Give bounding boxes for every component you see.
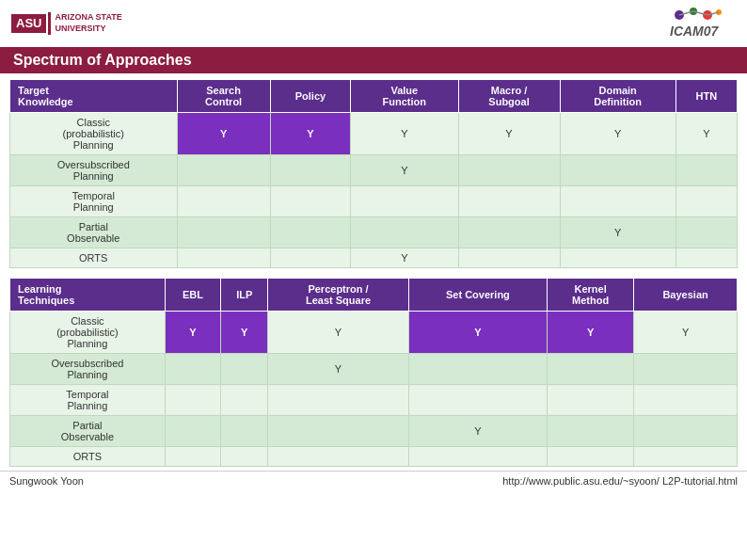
col-learning-techniques: LearningTechniques [10,279,166,312]
table-row: OversubscribedPlanning Y [10,155,738,186]
table-row: Classic(probabilistic)Planning Y Y Y Y Y… [10,113,738,155]
cell-macro-subgoal [458,186,560,217]
cell-macro-subgoal: Y [458,113,560,155]
cell-domain-def [560,186,675,217]
cell-ilp [221,416,268,447]
cell-ebl [165,447,220,467]
col-macro-subgoal: Macro /Subgoal [458,80,560,113]
col-kernel: KernelMethod [548,279,634,312]
cell-ilp: Y [221,312,268,354]
cell-policy [270,155,350,186]
row-label: TemporalPlanning [10,186,178,217]
col-ilp: ILP [221,279,268,312]
cell-value-function: Y [351,248,458,268]
right-logo: ICAM07 [660,6,736,41]
cell-search-control [177,248,270,268]
table2: LearningTechniques EBL ILP Perceptron /L… [9,278,738,467]
row-label: OversubscribedPlanning [10,155,178,186]
cell-htn [675,155,737,186]
asu-block: ASU [11,14,46,33]
cell-htn: Y [675,113,737,155]
cell-htn [675,248,737,268]
cell-search-control [177,155,270,186]
table-row: OversubscribedPlanning Y [10,354,738,385]
conference-logo-icon: ICAM07 [660,6,736,41]
cell-policy [270,186,350,217]
table-row: ORTS Y [10,248,738,268]
cell-value-function: Y [351,155,458,186]
asu-logo: ASU ARIZONA STATE UNIVERSITY [11,12,122,34]
cell-kernel [548,416,634,447]
col-domain-def: DomainDefinition [560,80,675,113]
cell-set-covering [408,447,547,467]
cell-search-control [177,186,270,217]
col-search-control: SearchControl [177,80,270,113]
cell-perceptron [268,385,409,416]
col-target-knowledge: TargetKnowledge [10,80,178,113]
row-label: PartialObservable [10,217,178,248]
cell-ebl [165,385,220,416]
table-row: PartialObservable Y [10,416,738,447]
footer: Sungwook Yoon http://www.public.asu.edu/… [0,471,747,490]
table-row: TemporalPlanning [10,186,738,217]
cell-ebl: Y [165,312,220,354]
cell-ilp [221,447,268,467]
cell-policy [270,217,350,248]
cell-macro-subgoal [458,217,560,248]
col-perceptron: Perceptron /Least Square [268,279,409,312]
cell-set-covering: Y [408,416,547,447]
table1-section: TargetKnowledge SearchControl Policy Val… [0,73,747,272]
row-label: ORTS [10,447,166,467]
col-ebl: EBL [165,279,220,312]
cell-htn [675,217,737,248]
col-policy: Policy [270,80,350,113]
cell-kernel: Y [548,312,634,354]
asu-text: ARIZONA STATE UNIVERSITY [48,12,121,34]
svg-text:ICAM07: ICAM07 [670,24,720,39]
cell-bayesian [634,385,738,416]
cell-value-function [351,186,458,217]
table2-section: LearningTechniques EBL ILP Perceptron /L… [0,272,747,471]
cell-set-covering: Y [408,312,547,354]
col-set-covering: Set Covering [408,279,547,312]
cell-kernel [548,385,634,416]
table-row: TemporalPlanning [10,385,738,416]
header: ASU ARIZONA STATE UNIVERSITY ICAM07 [0,0,747,47]
row-label: TemporalPlanning [10,385,166,416]
table-row: PartialObservable Y [10,217,738,248]
cell-perceptron [268,447,409,467]
row-label: OversubscribedPlanning [10,354,166,385]
table-row: Classic(probabilistic)Planning Y Y Y Y Y… [10,312,738,354]
cell-ilp [221,354,268,385]
cell-search-control: Y [177,113,270,155]
cell-set-covering [408,354,547,385]
cell-domain-def [560,248,675,268]
cell-perceptron [268,416,409,447]
cell-perceptron: Y [268,312,409,354]
cell-ebl [165,354,220,385]
author-name: Sungwook Yoon [9,475,84,487]
cell-bayesian [634,354,738,385]
cell-bayesian: Y [634,312,738,354]
cell-set-covering [408,385,547,416]
cell-domain-def [560,155,675,186]
col-value-function: ValueFunction [351,80,458,113]
cell-macro-subgoal [458,248,560,268]
cell-domain-def: Y [560,217,675,248]
cell-bayesian [634,416,738,447]
cell-ebl [165,416,220,447]
cell-policy: Y [270,113,350,155]
row-label: Classic(probabilistic)Planning [10,113,178,155]
asu-line2: UNIVERSITY [55,24,121,35]
cell-kernel [548,354,634,385]
row-label: Classic(probabilistic)Planning [10,312,166,354]
cell-value-function: Y [351,113,458,155]
cell-kernel [548,447,634,467]
cell-bayesian [634,447,738,467]
table1: TargetKnowledge SearchControl Policy Val… [9,79,738,268]
row-label: ORTS [10,248,178,268]
cell-macro-subgoal [458,155,560,186]
table-row: ORTS [10,447,738,467]
cell-policy [270,248,350,268]
footer-url: http://www.public.asu.edu/~syoon/ L2P-tu… [502,475,738,487]
